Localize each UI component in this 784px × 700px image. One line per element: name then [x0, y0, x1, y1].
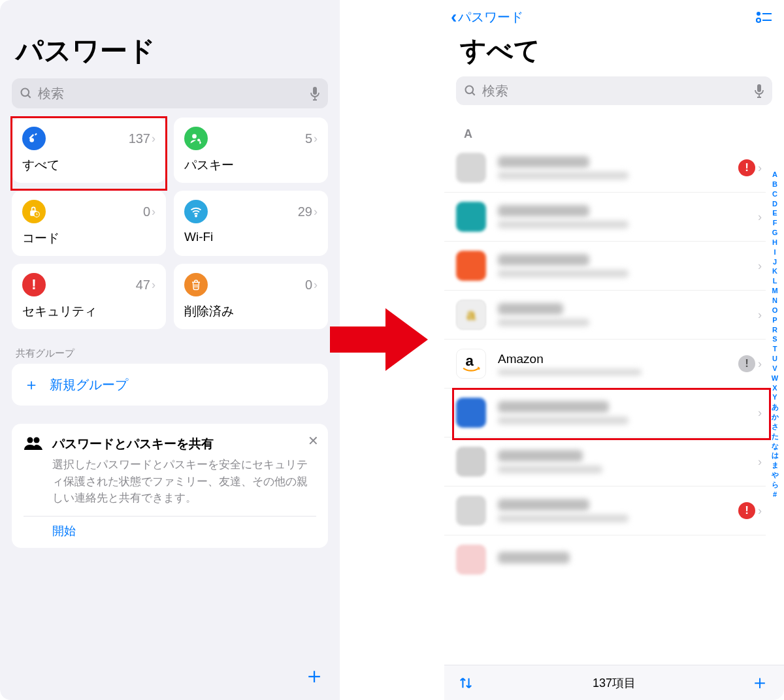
list-item-title: Amazon [498, 352, 738, 366]
share-prompt-card: ✕ パスワードとパスキーを共有 選択したパスワードとパスキーを安全にセキュリティ… [12, 424, 328, 548]
svg-point-15 [27, 438, 33, 443]
transition-arrow [323, 300, 434, 379]
key-icon [22, 127, 46, 150]
site-icon [456, 447, 486, 477]
search-field[interactable]: 検索 [12, 78, 328, 108]
search-icon [20, 87, 33, 100]
chevron-right-icon: › [758, 161, 762, 175]
tile-passkey-label: パスキー [184, 157, 318, 174]
chevron-right-icon: › [152, 132, 155, 146]
passwords-home-pane: パスワード 検索 137 › すべて [0, 0, 340, 700]
chevron-right-icon: › [758, 357, 762, 371]
tile-wifi-count: 29 [298, 204, 312, 219]
svg-point-0 [22, 89, 29, 97]
mic-icon[interactable] [754, 84, 764, 98]
svg-point-6 [192, 134, 197, 138]
list-item-amazon[interactable]: a Amazon ! › [444, 340, 766, 389]
item-count: 137項目 [593, 675, 636, 691]
list-item[interactable]: › [444, 438, 766, 486]
site-icon [456, 496, 486, 526]
nav-bar: ‹ パスワード [444, 0, 784, 27]
tile-security-label: セキュリティ [22, 303, 155, 320]
amazon-icon: a [456, 349, 486, 379]
person-key-icon [184, 127, 208, 150]
list-item[interactable]: › [444, 242, 766, 291]
back-label[interactable]: パスワード [458, 8, 523, 26]
shared-group-header: 共有グループ [0, 329, 340, 364]
svg-line-1 [28, 95, 31, 98]
svg-rect-8 [199, 140, 201, 144]
new-group-label: 新規グループ [50, 376, 128, 394]
list-item[interactable]: › [444, 389, 766, 438]
list-item[interactable]: ! › [444, 486, 766, 535]
page-title: すべて [444, 27, 784, 72]
chevron-right-icon: › [314, 132, 318, 146]
lock-clock-icon [22, 200, 46, 223]
search-field[interactable]: 検索 [456, 76, 772, 105]
new-group-button[interactable]: ＋ 新規グループ [12, 364, 328, 406]
share-start-button[interactable]: 開始 [24, 523, 316, 539]
section-header-a: A [444, 112, 784, 144]
chevron-right-icon: › [152, 278, 155, 292]
all-passwords-pane: ‹ パスワード すべて 検索 A ! › › [444, 0, 784, 700]
site-icon [456, 202, 486, 232]
plus-icon: ＋ [24, 374, 39, 395]
password-list: ! › › › a › a Amazon [444, 144, 766, 584]
tile-codes-count: 0 [143, 204, 150, 219]
site-icon [456, 153, 486, 183]
chevron-right-icon: › [152, 205, 155, 219]
svg-rect-2 [313, 87, 317, 95]
wifi-icon [184, 200, 208, 223]
svg-marker-17 [330, 308, 428, 371]
search-placeholder: 検索 [38, 85, 64, 103]
add-button[interactable]: ＋ [303, 661, 325, 691]
chevron-right-icon: › [758, 504, 762, 518]
close-icon[interactable]: ✕ [308, 433, 319, 449]
svg-rect-9 [199, 142, 201, 144]
chevron-right-icon: › [758, 308, 762, 322]
tile-wifi[interactable]: 29 › Wi-Fi [174, 191, 328, 256]
tile-deleted[interactable]: 0 › 削除済み [174, 264, 328, 329]
tile-codes[interactable]: 0 › コード [12, 191, 166, 256]
list-item[interactable]: a › [444, 291, 766, 340]
sort-icon[interactable] [459, 676, 473, 690]
site-icon: a [456, 300, 486, 330]
list-item[interactable]: ! › [444, 144, 766, 193]
category-grid: 137 › すべて 5 › パスキー 0 › [0, 118, 340, 329]
page-title: パスワード [0, 0, 340, 76]
alert-badge-icon: ! [738, 355, 755, 372]
back-chevron-icon[interactable]: ‹ [451, 7, 457, 27]
tile-passkey[interactable]: 5 › パスキー [174, 118, 328, 183]
chevron-right-icon: › [314, 278, 318, 292]
search-placeholder: 検索 [482, 82, 508, 100]
svg-point-20 [757, 18, 760, 22]
chevron-right-icon: › [758, 259, 762, 273]
bottom-toolbar: 137項目 ＋ [444, 665, 784, 700]
tile-wifi-label: Wi-Fi [184, 230, 318, 244]
mic-icon[interactable] [310, 86, 320, 101]
tile-deleted-count: 0 [305, 278, 312, 293]
site-icon [456, 398, 486, 428]
chevron-right-icon: › [758, 455, 762, 469]
chevron-right-icon: › [758, 406, 762, 420]
tile-security-count: 47 [136, 278, 150, 293]
alpha-index[interactable]: ABCDEFGHIJKLMNOPRSTUVWXYあかさたなはまやら# [768, 170, 781, 500]
list-options-icon[interactable] [755, 10, 772, 24]
svg-line-23 [472, 93, 475, 95]
add-button[interactable]: ＋ [750, 669, 770, 696]
alert-badge-icon: ! [738, 502, 755, 519]
svg-text:a: a [466, 353, 474, 369]
divider [24, 516, 316, 517]
tile-all-label: すべて [22, 157, 155, 174]
list-item[interactable] [444, 535, 766, 584]
site-icon [456, 251, 486, 281]
site-icon [456, 545, 486, 575]
svg-rect-24 [757, 84, 761, 92]
tile-security[interactable]: ! 47 › セキュリティ [12, 264, 166, 329]
list-item[interactable]: › [444, 193, 766, 242]
alert-icon: ! [22, 273, 46, 296]
chevron-right-icon: › [314, 205, 318, 219]
tile-passkey-count: 5 [305, 131, 312, 146]
tile-all-count: 137 [129, 131, 150, 146]
tile-all[interactable]: 137 › すべて [12, 118, 166, 183]
